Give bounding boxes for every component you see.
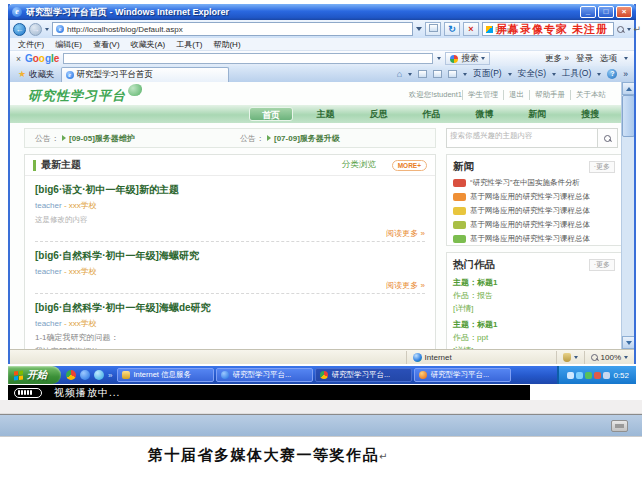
nav-item-反思[interactable]: 反思: [352, 108, 405, 121]
search-icon[interactable]: [617, 26, 624, 33]
works-more-link[interactable]: ·更多: [589, 259, 615, 271]
address-input[interactable]: e http://localhost/blog/Default.aspx: [52, 22, 413, 36]
chrome-icon[interactable]: [66, 370, 76, 380]
scrollbar-thumb[interactable]: [622, 95, 634, 137]
news-link[interactable]: 基于网络应用的研究性学习课程总体: [470, 220, 590, 230]
back-button[interactable]: ←: [13, 23, 26, 36]
forward-button[interactable]: →: [29, 23, 42, 36]
nav-item-作品[interactable]: 作品: [405, 108, 458, 121]
tray-icon[interactable]: [594, 372, 601, 379]
overflow-chevron-icon[interactable]: »: [623, 69, 628, 79]
safety-menu[interactable]: 安全(S): [518, 68, 546, 80]
minimize-button[interactable]: _: [580, 6, 596, 18]
menu-item[interactable]: 文件(F): [18, 39, 44, 50]
menu-item[interactable]: 编辑(E): [55, 39, 82, 50]
print-icon[interactable]: [448, 70, 457, 78]
address-url[interactable]: http://localhost/blog/Default.aspx: [67, 25, 183, 34]
media-object-icon[interactable]: [611, 420, 628, 432]
home-dropdown-icon[interactable]: [408, 73, 412, 76]
maximize-button[interactable]: □: [598, 6, 614, 18]
nav-item-主题[interactable]: 主题: [299, 108, 352, 121]
title-bar[interactable]: e 研究型学习平台首页 - Windows Internet Explorer …: [8, 4, 636, 20]
stop-button[interactable]: ×: [463, 22, 479, 36]
work-type[interactable]: 作品：报告: [453, 290, 615, 301]
taskbar-task[interactable]: 研究型学习平台...: [216, 368, 313, 382]
scroll-up-button[interactable]: [622, 82, 634, 95]
site-search-button[interactable]: [598, 128, 618, 148]
close-button[interactable]: ×: [616, 6, 632, 18]
more-button[interactable]: MORE+: [392, 160, 427, 171]
zoom-segment[interactable]: 100%: [584, 351, 634, 364]
protected-mode-segment[interactable]: [556, 351, 584, 364]
announcement-link[interactable]: [07-09]服务器升级: [274, 133, 340, 144]
nav-item-新闻[interactable]: 新闻: [511, 108, 564, 121]
work-type[interactable]: 作品：ppt: [453, 332, 615, 343]
tray-icon[interactable]: [576, 372, 583, 379]
quick-launch-chevron-icon[interactable]: »: [108, 371, 112, 380]
work-detail-link[interactable]: [详情]: [453, 303, 615, 314]
news-item[interactable]: 基于网络应用的研究性学习课程总体: [453, 192, 615, 202]
ie-icon[interactable]: [80, 370, 90, 380]
google-search-input[interactable]: [63, 53, 433, 64]
safety-dropdown-icon[interactable]: [552, 73, 556, 76]
search-dropdown-icon[interactable]: [627, 28, 631, 31]
work-topic[interactable]: 主题：标题1: [453, 277, 615, 288]
nav-item-微博[interactable]: 微博: [458, 108, 511, 121]
nav-item-搜搜[interactable]: 搜搜: [564, 108, 617, 121]
menu-item[interactable]: 工具(T): [176, 39, 202, 50]
topic-school[interactable]: - xxx学校: [62, 201, 97, 210]
taskbar-task[interactable]: Internet 信息服务: [117, 368, 214, 382]
topic-title[interactable]: [big6·自然科学·初中一年级]海螺研究: [35, 249, 425, 263]
tab-active[interactable]: e 研究型学习平台首页: [61, 67, 229, 82]
work-topic[interactable]: 主题：标题1: [453, 319, 615, 330]
taskbar-task[interactable]: 研究型学习平台...: [315, 368, 412, 382]
google-search-button[interactable]: 搜索: [445, 52, 490, 65]
news-item[interactable]: “研究性学习”在中国实施条件分析: [453, 178, 615, 188]
tools-dropdown-icon[interactable]: [597, 73, 601, 76]
favorites-button[interactable]: ★ 收藏夹: [12, 67, 61, 82]
page-dropdown-icon[interactable]: [508, 73, 512, 76]
mail-icon[interactable]: [433, 70, 442, 78]
google-signin-link[interactable]: 登录: [576, 53, 593, 65]
news-item[interactable]: 基于网络应用的研究性学习课程总体: [453, 234, 615, 244]
tray-icon[interactable]: [603, 372, 610, 379]
history-dropdown-icon[interactable]: [45, 28, 49, 31]
news-more-link[interactable]: ·更多: [589, 161, 615, 173]
tray-icon[interactable]: [585, 372, 592, 379]
top-link[interactable]: 退出: [503, 90, 529, 100]
news-link[interactable]: 基于网络应用的研究性学习课程总体: [470, 234, 590, 244]
topic-title[interactable]: [big6·自然科学·初中一年级]海螺de研究: [35, 301, 425, 315]
home-icon[interactable]: ⌂: [397, 70, 402, 79]
news-item[interactable]: 基于网络应用的研究性学习课程总体: [453, 206, 615, 216]
vertical-scrollbar[interactable]: [621, 82, 634, 349]
refresh-button[interactable]: ↻: [444, 22, 460, 36]
address-dropdown-icon[interactable]: [416, 27, 422, 31]
top-link[interactable]: 关于本站: [570, 90, 611, 100]
news-link[interactable]: 基于网络应用的研究性学习课程总体: [470, 192, 590, 202]
google-options-link[interactable]: 选项: [600, 53, 617, 65]
start-button[interactable]: 开始: [8, 366, 61, 384]
feeds-icon[interactable]: [418, 70, 427, 78]
page-menu[interactable]: 页面(P): [473, 68, 501, 80]
announcement-link[interactable]: [09-05]服务器维护: [69, 133, 135, 144]
site-search-input[interactable]: 搜索你感兴趣的主题内容: [446, 128, 598, 148]
menu-item[interactable]: 收藏夹(A): [131, 39, 166, 50]
news-link[interactable]: “研究性学习”在中国实施条件分析: [470, 178, 580, 188]
top-link[interactable]: 学生管理: [462, 90, 503, 100]
site-logo[interactable]: 研究性学习平台: [28, 87, 126, 105]
read-more-link[interactable]: 阅读更多 »: [35, 280, 425, 291]
tools-menu[interactable]: 工具(O): [562, 68, 591, 80]
top-link[interactable]: 帮助手册: [529, 90, 570, 100]
read-more-link[interactable]: 阅读更多 »: [35, 228, 425, 239]
topic-author[interactable]: teacher: [35, 201, 62, 210]
tray-icon[interactable]: [567, 372, 574, 379]
google-options-dropdown-icon[interactable]: [624, 57, 628, 60]
messenger-icon[interactable]: [94, 370, 104, 380]
scroll-down-button[interactable]: [622, 336, 634, 349]
topic-title[interactable]: [big6·语文·初中一年级]新的主题: [35, 183, 425, 197]
menu-item[interactable]: 查看(V): [93, 39, 120, 50]
browse-by-category-link[interactable]: 分类浏览: [342, 159, 376, 171]
compatibility-view-button[interactable]: [425, 22, 441, 36]
nav-item-首页[interactable]: 首页: [249, 107, 293, 121]
taskbar-task[interactable]: 研究型学习平台...: [414, 368, 511, 382]
